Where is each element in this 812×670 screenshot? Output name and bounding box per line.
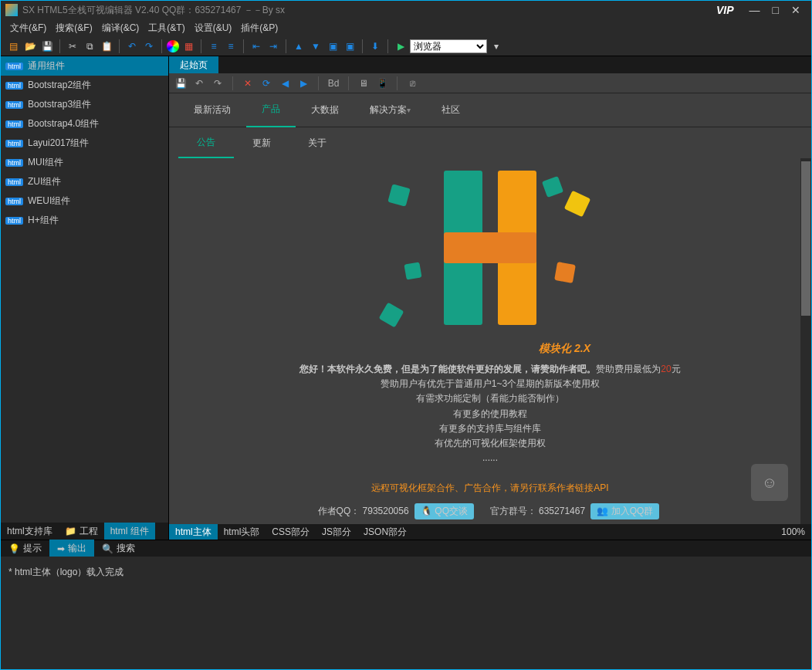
tab-html-head[interactable]: html头部 [218, 524, 266, 540]
desktop-icon[interactable]: 🖥 [357, 76, 370, 90]
menu-file[interactable]: 文件(&F) [7, 20, 49, 36]
new-icon[interactable]: ▤ [5, 39, 21, 54]
titlebar: SX HTML5全栈可视编辑器 V2.40 QQ群：635271467 －－By… [1, 1, 811, 19]
nav-solutions[interactable]: 解决方案 [354, 93, 426, 127]
main-area: 起始页 💾 ↶ ↷ ✕ ⟳ ◀ ▶ Bd 🖥 📱 ⎚ 最新活动 产品 [169, 56, 811, 540]
subnav-notice[interactable]: 公告 [178, 127, 234, 158]
cast-icon[interactable]: ⎚ [405, 76, 419, 90]
nav-bigdata[interactable]: 大数据 [296, 93, 354, 127]
tab-js[interactable]: JS部分 [316, 524, 357, 540]
main-toolbar: ▤ 📂 💾 ✂ ⧉ 📋 ↶ ↷ ▦ ≡ ≡ ⇤ ⇥ ▲ ▼ ▣ ▣ ⬇ ▶ 浏览… [1, 36, 811, 56]
vip-badge: VIP [716, 4, 734, 16]
prev-icon[interactable]: ◀ [278, 76, 292, 90]
zoom-level: 100% [775, 525, 811, 539]
color-icon[interactable] [167, 40, 179, 52]
maximize-button[interactable]: □ [773, 4, 779, 16]
align-left-icon[interactable]: ≡ [206, 39, 222, 54]
indent-icon[interactable]: ⇤ [249, 39, 264, 54]
dropdown-icon[interactable]: ▾ [489, 39, 504, 54]
outdent-icon[interactable]: ⇥ [266, 39, 281, 54]
console-output: * html主体（logo）载入完成 [1, 557, 811, 669]
sidebar: html通用组件 htmlBootstrap2组件 htmlBootstrap3… [1, 56, 169, 540]
cancel-icon[interactable]: ✕ [241, 76, 255, 90]
sidebar-item-bootstrap3[interactable]: htmlBootstrap3组件 [1, 95, 168, 114]
sidebar-item-bootstrap4[interactable]: htmlBootstrap4.0组件 [1, 114, 168, 134]
menu-search[interactable]: 搜索(&F) [52, 20, 95, 36]
doc-tab-start[interactable]: 起始页 [169, 56, 218, 73]
scrollbar[interactable] [800, 158, 811, 524]
tab-css[interactable]: CSS部分 [266, 524, 316, 540]
tab-json[interactable]: JSON部分 [357, 524, 413, 540]
subnav-about[interactable]: 关于 [289, 127, 345, 158]
menubar: 文件(&F) 搜索(&F) 编译(&C) 工具(&T) 设置(&U) 插件(&P… [1, 19, 811, 36]
copy-icon[interactable]: ⧉ [82, 39, 97, 54]
menu-tools[interactable]: 工具(&T) [145, 20, 188, 36]
palette-icon[interactable]: ▦ [181, 39, 196, 54]
run-icon[interactable]: ▶ [393, 39, 408, 54]
qq-group-button[interactable]: 👥 加入QQ群 [590, 503, 659, 519]
window-title: SX HTML5全栈可视编辑器 V2.40 QQ群：635271467 －－By… [22, 4, 716, 17]
arrow-up-icon[interactable]: ▲ [291, 39, 306, 54]
menu-settings[interactable]: 设置(&U) [191, 20, 235, 36]
sidebar-tabs: html支持库 📁工程 html组件 [1, 523, 168, 540]
download-icon[interactable]: ⬇ [367, 39, 383, 54]
content-area: 模块化 2.X 您好！本软件永久免费，但是为了能使软件更好的发展，请赞助作者吧。… [169, 158, 811, 524]
save-icon[interactable]: 💾 [39, 39, 55, 54]
sidebar-item-zui[interactable]: htmlZUI组件 [1, 172, 168, 191]
open-icon[interactable]: 📂 [22, 39, 38, 54]
subnav-update[interactable]: 更新 [234, 127, 289, 158]
chat-icon: ☺ [762, 474, 777, 492]
console-tab-tip[interactable]: 💡提示 [1, 540, 49, 557]
arrow-down-icon[interactable]: ▼ [308, 39, 323, 54]
refresh-icon[interactable]: ⟳ [259, 76, 273, 90]
sidebar-item-hplus[interactable]: htmlH+组件 [1, 211, 168, 230]
sidebar-item-layui[interactable]: htmlLayui2017组件 [1, 134, 168, 153]
console-line: * html主体（logo）载入完成 [8, 566, 804, 579]
undo-icon[interactable]: ↶ [124, 39, 140, 54]
tab-html-body[interactable]: html主体 [169, 524, 218, 540]
contact-row: 作者QQ： 793520056 🐧 QQ交谈 官方群号： 635271467 👥… [181, 503, 799, 519]
back-icon[interactable]: ↶ [192, 76, 206, 90]
bottom-tabs: html主体 html头部 CSS部分 JS部分 JSON部分 100% [169, 524, 811, 540]
logo-graphic [390, 171, 590, 333]
browser-select[interactable]: 浏览器 [410, 39, 487, 53]
tagline: 模块化 2.X [390, 342, 590, 356]
qq-chat-button[interactable]: 🐧 QQ交谈 [414, 503, 474, 519]
page-nav: 最新活动 产品 大数据 解决方案 社区 [169, 93, 811, 127]
save-page-icon[interactable]: 💾 [174, 76, 188, 90]
sidebar-item-weui[interactable]: htmlWEUI组件 [1, 191, 168, 211]
page-toolbar: 💾 ↶ ↷ ✕ ⟳ ◀ ▶ Bd 🖥 📱 ⎚ [169, 73, 811, 93]
collapse-icon[interactable]: ▣ [342, 39, 357, 54]
mobile-icon[interactable]: 📱 [375, 76, 389, 90]
nav-products[interactable]: 产品 [246, 93, 296, 127]
close-button[interactable]: ✕ [791, 4, 800, 16]
next-icon[interactable]: ▶ [296, 76, 310, 90]
scrollbar-thumb[interactable] [801, 161, 810, 316]
bd-icon[interactable]: Bd [326, 76, 340, 90]
console-tabs: 💡提示 ➡输出 🔍搜索 [1, 540, 811, 557]
menu-compile[interactable]: 编译(&C) [99, 20, 143, 36]
sidebar-tab-support[interactable]: html支持库 [1, 523, 59, 540]
redo-icon[interactable]: ↷ [141, 39, 157, 54]
sidebar-header[interactable]: html通用组件 [1, 56, 168, 76]
align-right-icon[interactable]: ≡ [223, 39, 239, 54]
cut-icon[interactable]: ✂ [65, 39, 80, 54]
chat-fab[interactable]: ☺ [751, 464, 788, 501]
welcome-message: 您好！本软件永久免费，但是为了能使软件更好的发展，请赞助作者吧。赞助费用最低为2… [181, 362, 799, 496]
console-tab-output[interactable]: ➡输出 [49, 540, 94, 557]
console-tab-search[interactable]: 🔍搜索 [94, 540, 143, 557]
sidebar-item-bootstrap2[interactable]: htmlBootstrap2组件 [1, 76, 168, 95]
paste-icon[interactable]: 📋 [99, 39, 114, 54]
sidebar-tab-project[interactable]: 📁工程 [59, 523, 104, 540]
minimize-button[interactable]: — [749, 4, 760, 16]
bold-icon[interactable]: ▣ [325, 39, 340, 54]
nav-activities[interactable]: 最新活动 [178, 93, 246, 127]
sidebar-item-mui[interactable]: htmlMUI组件 [1, 153, 168, 172]
menu-plugins[interactable]: 插件(&P) [238, 20, 281, 36]
nav-community[interactable]: 社区 [426, 93, 475, 127]
page-subnav: 公告 更新 关于 [169, 127, 811, 158]
forward-icon[interactable]: ↷ [211, 76, 225, 90]
app-logo-icon [5, 4, 18, 16]
sidebar-tab-components[interactable]: html组件 [104, 523, 156, 540]
